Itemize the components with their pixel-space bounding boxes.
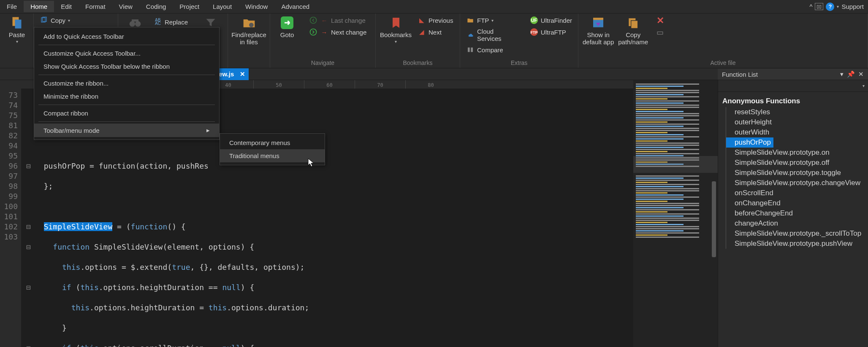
function-item[interactable]: outerWidth (726, 127, 868, 137)
cm-minimize-ribbon[interactable]: Minimize the ribbon (34, 90, 219, 103)
show-in-default-button[interactable]: Show in default app (583, 15, 614, 46)
mouse-cursor-icon (307, 158, 316, 169)
minimap-scrollbar[interactable] (712, 181, 716, 257)
ultrafinder-label: UltraFinder (541, 17, 572, 24)
prev-bookmark-button[interactable]: ◣ Previous (416, 15, 455, 25)
bookmark-icon (388, 15, 404, 30)
function-item[interactable]: beforeChangeEnd (726, 208, 868, 218)
cloud-button[interactable]: Cloud Services (464, 27, 520, 43)
function-list-heading: Anonymous Functions (722, 95, 868, 107)
menu-window[interactable]: Window (239, 1, 274, 12)
panel-dropdown-icon[interactable]: ▾ (840, 70, 844, 78)
function-item[interactable]: SimpleSlideView.prototype._scrollToTop (726, 229, 868, 239)
tab-close-icon[interactable]: ✕ (240, 70, 245, 78)
compare-button[interactable]: Compare (464, 45, 520, 55)
close-file-icon[interactable]: ✕ (656, 15, 664, 26)
support-link[interactable]: Support (841, 3, 864, 10)
line-gutter: 737475 8182 949596 979899 100101102 103 (0, 80, 21, 347)
function-item[interactable]: onChangeEnd (726, 198, 868, 208)
panel-pin-icon[interactable]: 📌 (847, 70, 855, 78)
ribbon-group-clipboard: Paste ▾ (0, 13, 34, 68)
goto-icon (279, 15, 295, 30)
ribbon-group-bookmarks: Bookmarks ▾ ◣ Previous ◢ Next Bookmarks (376, 13, 460, 68)
svg-rect-20 (631, 21, 637, 29)
next-change-button[interactable]: → Next change (307, 27, 368, 37)
menu-layout[interactable]: Layout (206, 1, 239, 12)
menu-advanced[interactable]: Advanced (274, 1, 316, 12)
panel-titlebar: Function List ▾ 📌 ✕ (718, 69, 868, 80)
menu-view[interactable]: View (112, 1, 139, 12)
cm-customize-qat[interactable]: Customize Quick Access Toolbar... (34, 47, 219, 60)
group-bookmarks-label: Bookmarks (380, 59, 456, 67)
cm-show-qat-below[interactable]: Show Quick Access Toolbar below the ribb… (34, 60, 219, 73)
compare-icon (466, 46, 475, 54)
svg-rect-11 (468, 48, 470, 52)
svg-point-4 (130, 21, 135, 27)
paste-label: Paste (9, 31, 25, 38)
help-dropdown-icon[interactable]: ▾ (837, 4, 839, 9)
copy-icon (40, 16, 48, 24)
paste-button[interactable]: Paste ▾ (4, 15, 30, 44)
svg-point-10 (310, 29, 317, 35)
cm-add-qat[interactable]: Add to Quick Access Toolbar (34, 30, 219, 43)
function-item[interactable]: SimpleSlideView.prototype.on (726, 148, 868, 158)
copy-path-button[interactable]: Copy path/name (618, 15, 648, 46)
group-activefile-label: Active file (583, 59, 863, 67)
next-bookmark-button[interactable]: ◢ Next (416, 27, 455, 37)
compare-label: Compare (477, 46, 503, 54)
menu-project[interactable]: Project (173, 1, 206, 12)
function-item[interactable]: SimpleSlideView.prototype.changeView (726, 178, 868, 188)
function-item-selected[interactable]: pushOrPop (726, 137, 773, 148)
goto-button[interactable]: Goto (274, 15, 300, 38)
function-item[interactable]: SimpleSlideView.prototype.off (726, 158, 868, 168)
copy-label: Copy (51, 17, 65, 24)
chevron-up-icon[interactable]: ^ (809, 3, 812, 10)
bookmarks-button[interactable]: Bookmarks ▾ (380, 15, 412, 44)
ultraftp-button[interactable]: FTP UltraFTP (528, 27, 574, 37)
menu-edit[interactable]: Edit (54, 1, 79, 12)
svg-point-5 (135, 21, 141, 27)
goto-label: Goto (280, 31, 294, 38)
ftp-icon (466, 16, 475, 24)
ftp-button[interactable]: FTP▾ (464, 15, 520, 25)
cm-toolbar-mode[interactable]: Toolbar/menu mode ▸ (34, 124, 219, 137)
arrow-fwd-circle-icon (309, 28, 317, 36)
function-item[interactable]: outerHeight (726, 117, 868, 127)
copy-button[interactable]: Copy▾ (38, 15, 114, 25)
cm-contemporary-menus[interactable]: Contemporary menus (220, 136, 325, 149)
cm-customize-ribbon[interactable]: Customize the ribbon... (34, 77, 219, 90)
menu-format[interactable]: Format (79, 1, 112, 12)
file-options-icon[interactable]: ▭ (656, 28, 664, 37)
copy-path-label: Copy path/name (618, 31, 648, 46)
function-item[interactable]: SimpleSlideView.prototype.toggle (726, 168, 868, 178)
function-item[interactable]: changeAction (726, 218, 868, 229)
find-in-files-label: Find/replace in files (231, 31, 266, 46)
function-item[interactable]: onScrollEnd (726, 188, 868, 198)
arrow-left-red-icon: ← (320, 16, 328, 24)
find-in-files-button[interactable]: Find/replace in files (232, 15, 266, 46)
menu-home[interactable]: Home (24, 1, 54, 12)
cm-compact-ribbon[interactable]: Compact ribbon (34, 107, 219, 120)
group-navigate-label: Navigate (274, 59, 371, 67)
ultrafinder-button[interactable]: UF UltraFinder (528, 15, 574, 25)
ultrafinder-icon: UF (530, 16, 538, 24)
ribbon-group-navigate: Goto ← Last change → Next change Navigat… (270, 13, 376, 68)
menu-coding[interactable]: Coding (139, 1, 173, 12)
bookmarks-dropdown-icon[interactable]: ▾ (395, 39, 397, 44)
layout-icon[interactable]: ▯▯ (815, 3, 823, 10)
external-app-icon (591, 15, 606, 30)
menu-file[interactable]: File (0, 1, 24, 12)
function-list-panel: Function List ▾ 📌 ✕ ▾ Anonymous Function… (718, 80, 868, 347)
panel-filter-dropdown-icon[interactable]: ▾ (863, 83, 865, 88)
function-item[interactable]: SimpleSlideView.prototype.pushView (726, 239, 868, 249)
replace-button[interactable]: ABAC Replace (152, 17, 190, 27)
minimap[interactable] (633, 80, 718, 347)
last-change-button[interactable]: ← Last change (307, 15, 368, 25)
help-icon[interactable]: ? (826, 3, 834, 11)
panel-close-icon[interactable]: ✕ (858, 70, 864, 78)
paste-dropdown-icon[interactable]: ▾ (16, 39, 18, 44)
function-item[interactable]: resetStyles (726, 107, 868, 117)
panel-title-label: Function List (722, 71, 758, 78)
svg-rect-12 (471, 48, 473, 52)
bookmarks-label: Bookmarks (380, 31, 412, 38)
